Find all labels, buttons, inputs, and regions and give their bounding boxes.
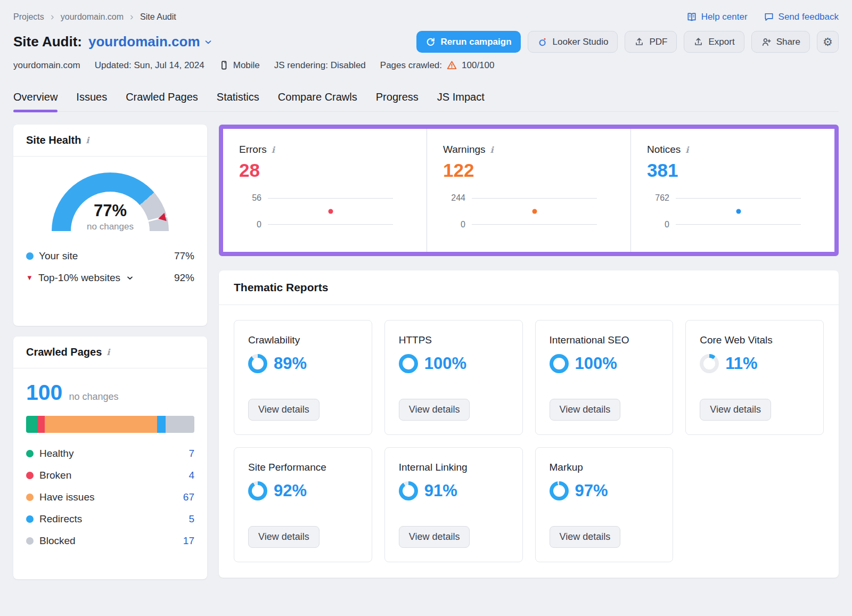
site-performance-label: Site Performance	[248, 462, 326, 473]
https-donut-chart	[399, 354, 418, 373]
have-issues-dot-icon	[26, 494, 34, 501]
errors-value[interactable]: 28	[239, 160, 427, 181]
book-icon	[686, 12, 697, 22]
thematic-card-crawlability: Crawlability 89% View details	[234, 320, 372, 435]
thematic-reports-card: Thematic Reports Crawlability 89% View d…	[219, 270, 839, 578]
looker-studio-button[interactable]: Looker Studio	[528, 31, 618, 53]
tab-bar: Overview Issues Crawled Pages Statistics…	[13, 91, 839, 112]
chevron-right-icon	[49, 14, 56, 21]
breadcrumb-site-audit: Site Audit	[140, 12, 176, 22]
site-health-score: 77%	[52, 201, 169, 220]
thematic-card-internal-linking: Internal Linking 91% View details	[384, 447, 523, 562]
have-issues-count-link[interactable]: 67	[183, 491, 194, 503]
broken-count-link[interactable]: 4	[189, 470, 194, 481]
international-seo-label: International SEO	[550, 334, 629, 346]
internal-linking-label: Internal Linking	[399, 462, 468, 473]
breadcrumb-projects[interactable]: Projects	[13, 12, 44, 22]
tab-progress[interactable]: Progress	[376, 91, 419, 111]
settings-gear-button[interactable]	[817, 31, 839, 53]
legend-row-blocked: Blocked 17	[26, 530, 194, 552]
warnings-data-point[interactable]	[532, 209, 537, 214]
notices-value[interactable]: 381	[647, 160, 834, 181]
meta-domain: yourdomain.com	[13, 60, 80, 71]
export-button[interactable]: Export	[684, 31, 744, 53]
tab-js-impact[interactable]: JS Impact	[437, 91, 485, 111]
share-label: Share	[776, 37, 800, 47]
bar-segment-have-issues	[45, 416, 158, 433]
https-percent: 100%	[424, 354, 466, 373]
tab-compare-crawls[interactable]: Compare Crawls	[278, 91, 357, 111]
have-issues-label: Have issues	[39, 491, 95, 503]
send-feedback-label: Send feedback	[779, 12, 839, 22]
tab-overview[interactable]: Overview	[13, 91, 58, 111]
markup-view-details-button[interactable]: View details	[550, 526, 621, 548]
blocked-label: Blocked	[39, 535, 76, 547]
redirects-count-link[interactable]: 5	[189, 513, 194, 525]
core-web-vitals-view-details-button[interactable]: View details	[700, 399, 771, 421]
pdf-label: PDF	[649, 37, 667, 47]
international-seo-view-details-button[interactable]: View details	[550, 399, 621, 421]
issues-overview-panel: Errors 28 56 0 Warnings 122	[219, 125, 839, 256]
site-performance-view-details-button[interactable]: View details	[248, 526, 320, 548]
site-performance-donut-chart	[248, 481, 267, 500]
site-performance-percent: 92%	[274, 481, 307, 500]
site-health-title: Site Health	[26, 134, 81, 146]
warnings-value[interactable]: 122	[443, 160, 630, 181]
your-site-dot-icon	[26, 252, 34, 260]
help-center-link[interactable]: Help center	[686, 12, 748, 22]
chevron-down-icon[interactable]	[126, 274, 134, 282]
tab-issues[interactable]: Issues	[76, 91, 107, 111]
benchmark-value: 92%	[174, 272, 194, 284]
pages-crawled-label: Pages crawled:	[380, 60, 442, 71]
https-label: HTTPS	[399, 334, 432, 346]
warnings-axis-max: 244	[443, 193, 465, 203]
crawled-pages-title: Crawled Pages	[26, 346, 102, 358]
thematic-card-markup: Markup 97% View details	[535, 447, 674, 562]
bar-segment-blocked	[166, 416, 194, 433]
core-web-vitals-percent: 11%	[725, 354, 757, 373]
info-icon[interactable]	[106, 347, 110, 357]
bar-segment-broken	[38, 416, 45, 433]
add-user-icon	[761, 37, 772, 47]
info-icon[interactable]	[86, 135, 89, 145]
breadcrumb-domain[interactable]: yourdomain.com	[61, 12, 124, 22]
healthy-count-link[interactable]: 7	[189, 448, 194, 459]
blocked-count-link[interactable]: 17	[183, 535, 194, 547]
warnings-axis-min: 0	[443, 220, 465, 229]
share-button[interactable]: Share	[751, 31, 810, 53]
legend-row-benchmark[interactable]: ▼ Top-10% websites 92%	[26, 267, 194, 289]
chevron-right-icon	[128, 14, 135, 21]
https-view-details-button[interactable]: View details	[399, 399, 470, 421]
markup-donut-chart	[550, 481, 569, 500]
meta-device-label: Mobile	[233, 60, 260, 71]
internal-linking-donut-chart	[399, 481, 418, 500]
crawlability-donut-chart	[248, 354, 267, 373]
tab-crawled-pages[interactable]: Crawled Pages	[126, 91, 198, 111]
rerun-campaign-label: Rerun campaign	[440, 37, 511, 47]
errors-data-point[interactable]	[328, 209, 333, 214]
crawlability-view-details-button[interactable]: View details	[248, 399, 320, 421]
thematic-reports-title: Thematic Reports	[219, 270, 839, 305]
international-seo-percent: 100%	[575, 354, 617, 373]
tab-statistics[interactable]: Statistics	[217, 91, 259, 111]
info-icon[interactable]	[272, 145, 275, 155]
upload-icon	[634, 37, 644, 47]
internal-linking-view-details-button[interactable]: View details	[399, 526, 470, 548]
broken-label: Broken	[39, 470, 71, 481]
looker-studio-label: Looker Studio	[553, 37, 609, 47]
your-site-value: 77%	[174, 250, 194, 262]
send-feedback-link[interactable]: Send feedback	[764, 12, 839, 22]
core-web-vitals-donut-chart	[700, 354, 719, 373]
rerun-campaign-button[interactable]: Rerun campaign	[416, 31, 520, 53]
meta-js-rendering: JS rendering: Disabled	[274, 60, 366, 71]
info-icon[interactable]	[490, 145, 494, 155]
redirects-label: Redirects	[39, 513, 82, 525]
errors-axis-max: 56	[239, 193, 261, 203]
benchmark-label: Top-10% websites	[38, 272, 120, 284]
redirects-dot-icon	[26, 515, 34, 523]
pdf-button[interactable]: PDF	[625, 31, 677, 53]
domain-selector[interactable]: yourdomain.com	[88, 34, 212, 50]
healthy-dot-icon	[26, 450, 34, 457]
notices-data-point[interactable]	[736, 209, 741, 214]
info-icon[interactable]	[685, 145, 689, 155]
